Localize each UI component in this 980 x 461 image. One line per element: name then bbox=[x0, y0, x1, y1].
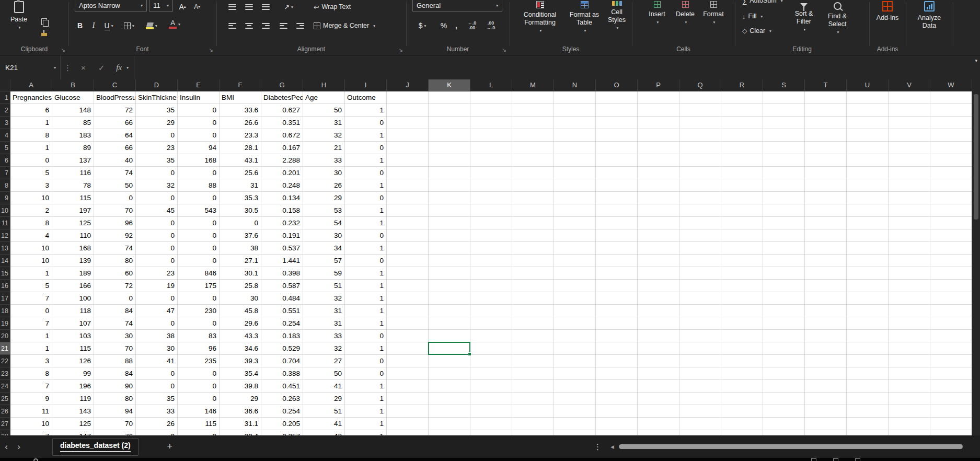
cell-A21[interactable]: 1 bbox=[10, 342, 52, 355]
cell-L9[interactable] bbox=[470, 192, 512, 204]
cell-S25[interactable] bbox=[763, 393, 805, 405]
cell-E12[interactable]: 0 bbox=[178, 229, 220, 242]
cell-O21[interactable] bbox=[596, 342, 638, 355]
cell-O6[interactable] bbox=[596, 154, 638, 167]
format-painter-button[interactable] bbox=[38, 26, 50, 40]
cell-D7[interactable]: 0 bbox=[136, 167, 178, 179]
insert-function-button[interactable]: fx bbox=[111, 63, 125, 72]
cell-G12[interactable]: 0.191 bbox=[261, 229, 303, 242]
cell-R28[interactable] bbox=[721, 430, 763, 435]
cell-S5[interactable] bbox=[763, 142, 805, 154]
row-header-28[interactable]: 28 bbox=[0, 430, 10, 435]
cell-L15[interactable] bbox=[470, 267, 512, 280]
cell-L21[interactable] bbox=[470, 342, 512, 355]
cell-M11[interactable] bbox=[512, 217, 554, 229]
cell-T6[interactable] bbox=[805, 154, 847, 167]
cell-S27[interactable] bbox=[763, 418, 805, 430]
cell-B27[interactable]: 125 bbox=[52, 418, 94, 430]
cell-I9[interactable]: 0 bbox=[345, 192, 387, 204]
cell-W24[interactable] bbox=[930, 380, 972, 393]
cell-F15[interactable]: 30.1 bbox=[220, 267, 261, 280]
cell-P4[interactable] bbox=[638, 129, 679, 142]
cell-G27[interactable]: 0.205 bbox=[261, 418, 303, 430]
decrease-decimal-button[interactable]: .00→.0 bbox=[483, 19, 498, 32]
cell-U6[interactable] bbox=[847, 154, 889, 167]
cell-N12[interactable] bbox=[554, 229, 596, 242]
align-right-button[interactable] bbox=[259, 19, 272, 32]
cell-N1[interactable] bbox=[554, 91, 596, 104]
cell-V24[interactable] bbox=[889, 380, 930, 393]
cell-M25[interactable] bbox=[512, 393, 554, 405]
cell-M4[interactable] bbox=[512, 129, 554, 142]
cell-R14[interactable] bbox=[721, 255, 763, 267]
cell-H7[interactable]: 30 bbox=[303, 167, 345, 179]
cell-R13[interactable] bbox=[721, 242, 763, 255]
sort-filter-button[interactable]: Sort & Filter ▾ bbox=[789, 0, 818, 42]
cell-E21[interactable]: 96 bbox=[178, 342, 220, 355]
cell-N15[interactable] bbox=[554, 267, 596, 280]
comma-style-button[interactable]: , bbox=[452, 19, 460, 32]
cell-I1[interactable]: Outcome bbox=[345, 91, 387, 104]
cell-H25[interactable]: 29 bbox=[303, 393, 345, 405]
cell-P23[interactable] bbox=[638, 367, 679, 380]
cell-E22[interactable]: 235 bbox=[178, 355, 220, 367]
cell-H4[interactable]: 32 bbox=[303, 129, 345, 142]
cell-J23[interactable] bbox=[387, 367, 429, 380]
cell-A10[interactable]: 2 bbox=[10, 204, 52, 217]
cell-J8[interactable] bbox=[387, 179, 429, 192]
cell-H23[interactable]: 50 bbox=[303, 367, 345, 380]
cell-A2[interactable]: 6 bbox=[10, 104, 52, 117]
cell-V2[interactable] bbox=[889, 104, 930, 117]
cell-J18[interactable] bbox=[387, 305, 429, 317]
column-header-L[interactable]: L bbox=[470, 79, 512, 91]
column-header-Q[interactable]: Q bbox=[679, 79, 721, 91]
delete-cells-button[interactable]: Delete ▾ bbox=[672, 0, 699, 42]
accessibility-icon[interactable] bbox=[33, 458, 38, 461]
cell-Q26[interactable] bbox=[679, 405, 721, 418]
cell-V21[interactable] bbox=[889, 342, 930, 355]
cell-E1[interactable]: Insulin bbox=[178, 91, 220, 104]
cell-V6[interactable] bbox=[889, 154, 930, 167]
cell-E25[interactable]: 0 bbox=[178, 393, 220, 405]
cell-N25[interactable] bbox=[554, 393, 596, 405]
cell-G8[interactable]: 0.248 bbox=[261, 179, 303, 192]
cell-N4[interactable] bbox=[554, 129, 596, 142]
new-sheet-button[interactable]: + bbox=[167, 441, 173, 452]
cell-H28[interactable]: 43 bbox=[303, 430, 345, 435]
cell-A7[interactable]: 5 bbox=[10, 167, 52, 179]
cell-Q28[interactable] bbox=[679, 430, 721, 435]
cell-P19[interactable] bbox=[638, 317, 679, 330]
cell-D15[interactable]: 23 bbox=[136, 267, 178, 280]
cell-L17[interactable] bbox=[470, 292, 512, 305]
cell-H14[interactable]: 57 bbox=[303, 255, 345, 267]
cell-I6[interactable]: 1 bbox=[345, 154, 387, 167]
cell-E7[interactable]: 0 bbox=[178, 167, 220, 179]
cell-P10[interactable] bbox=[638, 204, 679, 217]
cell-K20[interactable] bbox=[429, 330, 470, 342]
cell-K4[interactable] bbox=[429, 129, 470, 142]
row-header-18[interactable]: 18 bbox=[0, 305, 10, 317]
cell-C27[interactable]: 70 bbox=[94, 418, 136, 430]
cell-W3[interactable] bbox=[930, 117, 972, 129]
cell-I20[interactable]: 0 bbox=[345, 330, 387, 342]
row-header-4[interactable]: 4 bbox=[0, 129, 10, 142]
cell-U20[interactable] bbox=[847, 330, 889, 342]
cell-T3[interactable] bbox=[805, 117, 847, 129]
cell-H24[interactable]: 41 bbox=[303, 380, 345, 393]
cell-K23[interactable] bbox=[429, 367, 470, 380]
column-header-K[interactable]: K bbox=[429, 79, 470, 91]
cell-S21[interactable] bbox=[763, 342, 805, 355]
cell-R9[interactable] bbox=[721, 192, 763, 204]
column-header-F[interactable]: F bbox=[220, 79, 261, 91]
cell-H22[interactable]: 27 bbox=[303, 355, 345, 367]
cell-T1[interactable] bbox=[805, 91, 847, 104]
row-header-26[interactable]: 26 bbox=[0, 405, 10, 418]
enter-button[interactable]: ✓ bbox=[92, 63, 111, 73]
cell-D23[interactable]: 0 bbox=[136, 367, 178, 380]
column-header-C[interactable]: C bbox=[94, 79, 136, 91]
cell-K5[interactable] bbox=[429, 142, 470, 154]
column-header-H[interactable]: H bbox=[303, 79, 345, 91]
cell-N13[interactable] bbox=[554, 242, 596, 255]
vertical-scrollbar-thumb[interactable] bbox=[974, 94, 978, 220]
cell-A12[interactable]: 4 bbox=[10, 229, 52, 242]
